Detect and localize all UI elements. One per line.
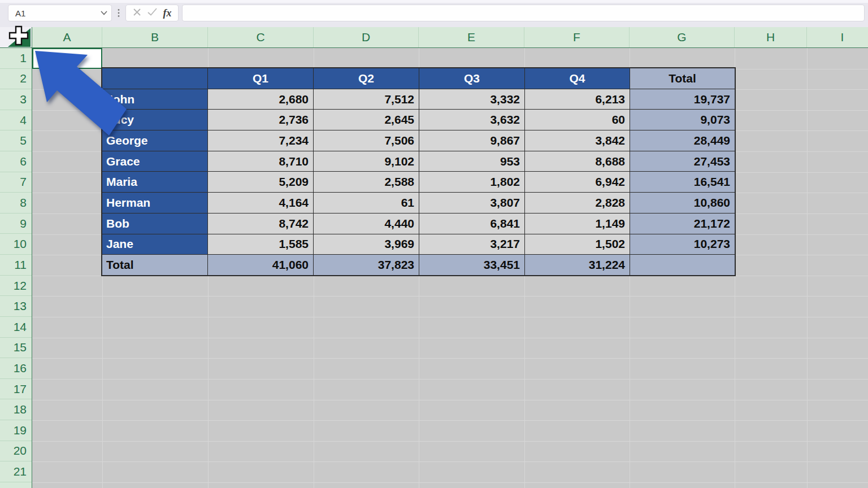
- total-row-value-cell[interactable]: 41,060: [208, 255, 313, 275]
- value-cell[interactable]: 4,440: [314, 213, 419, 234]
- row-name-cell[interactable]: Maria: [102, 172, 207, 192]
- row-header-1[interactable]: 1: [0, 48, 32, 69]
- formula-bar-input[interactable]: [182, 5, 865, 21]
- value-cell[interactable]: 3,217: [419, 234, 524, 255]
- value-cell[interactable]: 2,828: [525, 193, 630, 213]
- value-cell[interactable]: 3,332: [419, 89, 524, 110]
- column-header-H[interactable]: H: [735, 27, 807, 47]
- quarter-header-cell[interactable]: Q2: [314, 68, 419, 89]
- value-cell[interactable]: 7,512: [314, 89, 419, 110]
- selected-cell-a1[interactable]: [32, 48, 102, 69]
- value-cell[interactable]: 7,234: [208, 130, 313, 151]
- row-name-cell[interactable]: John: [102, 89, 207, 110]
- row-name-cell[interactable]: George: [102, 130, 207, 151]
- column-header-D[interactable]: D: [314, 27, 419, 47]
- value-cell[interactable]: 5,209: [208, 172, 313, 192]
- row-total-cell[interactable]: 10,860: [630, 193, 735, 213]
- insert-function-icon[interactable]: fx: [163, 7, 172, 19]
- chevron-down-icon[interactable]: [97, 11, 111, 15]
- value-cell[interactable]: 1,149: [525, 213, 630, 234]
- quarter-header-cell[interactable]: Q1: [208, 68, 313, 89]
- value-cell[interactable]: 9,867: [419, 130, 524, 151]
- row-total-cell[interactable]: 28,449: [630, 130, 735, 151]
- row-header-7[interactable]: 7: [0, 172, 32, 193]
- column-header-F[interactable]: F: [524, 27, 630, 47]
- row-header-20[interactable]: 20: [0, 441, 32, 462]
- row-header-19[interactable]: 19: [0, 420, 32, 441]
- row-header-4[interactable]: 4: [0, 110, 32, 131]
- value-cell[interactable]: 2,736: [208, 110, 313, 130]
- value-cell[interactable]: 2,588: [314, 172, 419, 192]
- value-cell[interactable]: 7,506: [314, 130, 419, 151]
- row-header-5[interactable]: 5: [0, 130, 32, 151]
- value-cell[interactable]: 61: [314, 193, 419, 213]
- row-total-cell[interactable]: 27,453: [630, 151, 735, 172]
- value-cell[interactable]: 8,688: [525, 151, 630, 172]
- value-cell[interactable]: 8,710: [208, 151, 313, 172]
- value-cell[interactable]: 1,802: [419, 172, 524, 192]
- value-cell[interactable]: 6,841: [419, 213, 524, 234]
- name-box[interactable]: A1: [8, 5, 112, 21]
- total-row-value-cell[interactable]: 37,823: [314, 255, 419, 275]
- total-row-value-cell[interactable]: 31,224: [525, 255, 630, 275]
- row-name-cell[interactable]: Lucy: [102, 110, 207, 130]
- value-cell[interactable]: 6,213: [525, 89, 630, 110]
- row-header-21[interactable]: 21: [0, 461, 32, 482]
- value-cell[interactable]: 8,742: [208, 213, 313, 234]
- value-cell[interactable]: 6,942: [525, 172, 630, 192]
- row-header-17[interactable]: 17: [0, 379, 32, 400]
- row-header-6[interactable]: 6: [0, 151, 32, 172]
- drag-handle-dots-icon[interactable]: [115, 5, 122, 21]
- enter-check-icon[interactable]: [147, 8, 157, 18]
- row-header-15[interactable]: 15: [0, 338, 32, 359]
- value-cell[interactable]: 60: [525, 110, 630, 130]
- table-corner-cell[interactable]: [102, 68, 207, 89]
- column-header-C[interactable]: C: [208, 27, 314, 47]
- row-total-cell[interactable]: 9,073: [630, 110, 735, 130]
- row-name-cell[interactable]: Jane: [102, 234, 207, 255]
- row-header-11[interactable]: 11: [0, 255, 32, 276]
- value-cell[interactable]: 953: [419, 151, 524, 172]
- quarter-header-cell[interactable]: Q4: [525, 68, 630, 89]
- name-box-value: A1: [8, 8, 97, 18]
- row-header-10[interactable]: 10: [0, 234, 32, 255]
- row-total-cell[interactable]: 16,541: [630, 172, 735, 192]
- column-header-A[interactable]: A: [32, 27, 102, 47]
- value-cell[interactable]: 1,502: [525, 234, 630, 255]
- row-total-cell[interactable]: 19,737: [630, 89, 735, 110]
- row-total-cell[interactable]: 21,172: [630, 213, 735, 234]
- value-cell[interactable]: 2,645: [314, 110, 419, 130]
- cancel-icon[interactable]: [133, 8, 141, 19]
- value-cell[interactable]: 3,969: [314, 234, 419, 255]
- total-row-value-cell[interactable]: 33,451: [419, 255, 524, 275]
- value-cell[interactable]: 9,102: [314, 151, 419, 172]
- select-all-button[interactable]: [0, 27, 32, 48]
- total-header-cell[interactable]: Total: [630, 68, 735, 89]
- row-header-14[interactable]: 14: [0, 317, 32, 338]
- row-header-18[interactable]: 18: [0, 399, 32, 420]
- row-header-13[interactable]: 13: [0, 296, 32, 317]
- row-header-8[interactable]: 8: [0, 193, 32, 213]
- grand-total-empty-cell[interactable]: [630, 255, 735, 275]
- column-header-B[interactable]: B: [102, 27, 208, 47]
- value-cell[interactable]: 4,164: [208, 193, 313, 213]
- row-header-2[interactable]: 2: [0, 69, 32, 90]
- row-header-16[interactable]: 16: [0, 358, 32, 379]
- row-name-cell[interactable]: Herman: [102, 193, 207, 213]
- total-row-label-cell[interactable]: Total: [102, 255, 207, 275]
- value-cell[interactable]: 2,680: [208, 89, 313, 110]
- value-cell[interactable]: 3,632: [419, 110, 524, 130]
- row-header-9[interactable]: 9: [0, 213, 32, 234]
- value-cell[interactable]: 3,807: [419, 193, 524, 213]
- row-name-cell[interactable]: Bob: [102, 213, 207, 234]
- column-header-G[interactable]: G: [630, 27, 735, 47]
- row-header-3[interactable]: 3: [0, 89, 32, 110]
- column-header-I[interactable]: I: [807, 27, 868, 47]
- row-total-cell[interactable]: 10,273: [630, 234, 735, 255]
- row-name-cell[interactable]: Grace: [102, 151, 207, 172]
- value-cell[interactable]: 3,842: [525, 130, 630, 151]
- column-header-E[interactable]: E: [419, 27, 524, 47]
- row-header-12[interactable]: 12: [0, 276, 32, 297]
- quarter-header-cell[interactable]: Q3: [419, 68, 524, 89]
- value-cell[interactable]: 1,585: [208, 234, 313, 255]
